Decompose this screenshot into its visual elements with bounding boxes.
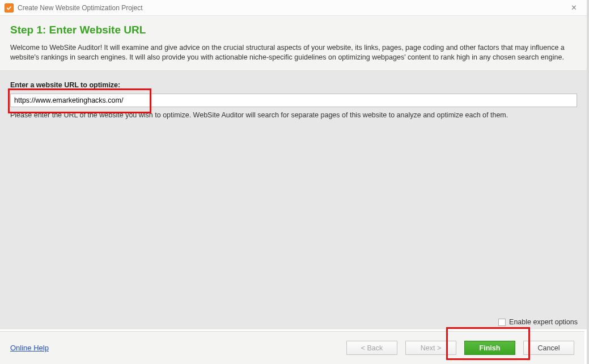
expert-options-checkbox[interactable] [498,319,506,326]
url-input-label: Enter a website URL to optimize: [10,81,577,89]
url-input[interactable] [10,94,577,107]
titlebar: Create New Website Optimization Project … [0,0,587,16]
wizard-window: Create New Website Optimization Project … [0,0,587,364]
finish-button[interactable]: Finish [464,341,515,355]
wizard-header: Step 1: Enter Website URL Welcome to Web… [0,16,587,71]
url-hint-text: Please enter the URL of the website you … [10,111,577,119]
step-title: Step 1: Enter Website URL [10,24,577,36]
expert-options-row: Enable expert options [498,318,578,326]
window-title: Create New Website Optimization Project [18,4,565,12]
wizard-footer: Online Help < Back Next > Finish Cancel [0,331,584,364]
back-button[interactable]: < Back [346,341,397,355]
app-icon [5,3,14,12]
cancel-button[interactable]: Cancel [523,341,574,355]
welcome-text: Welcome to WebSite Auditor! It will exam… [10,43,577,62]
next-button[interactable]: Next > [405,341,456,355]
expert-options-label: Enable expert options [509,318,578,326]
close-icon[interactable]: ✕ [565,2,582,14]
online-help-link[interactable]: Online Help [10,344,49,352]
right-edge-strip [587,0,589,364]
wizard-body: Enter a website URL to optimize: Please … [0,71,587,329]
footer-buttons: < Back Next > Finish Cancel [346,341,574,355]
